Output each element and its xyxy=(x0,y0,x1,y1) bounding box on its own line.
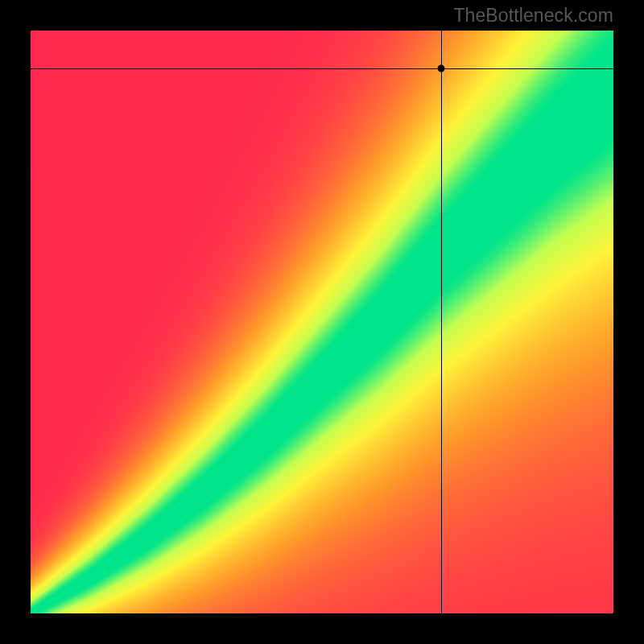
heatmap-canvas xyxy=(31,31,613,613)
crosshair-dot xyxy=(437,64,444,72)
crosshair-vertical xyxy=(441,31,442,613)
chart-frame: TheBottleneck.com xyxy=(0,0,644,644)
crosshair-horizontal xyxy=(31,68,613,69)
heatmap-plot xyxy=(31,31,613,613)
watermark-text: TheBottleneck.com xyxy=(453,5,613,27)
